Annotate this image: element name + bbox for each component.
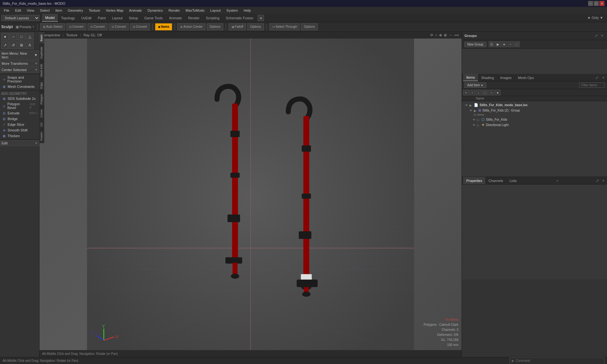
maximize-btn[interactable]: □ bbox=[594, 1, 599, 6]
mesh-expand-icon[interactable]: ▷ bbox=[477, 118, 480, 121]
groups-circle-icon[interactable]: ○ bbox=[508, 41, 513, 47]
side-tab-edge[interactable]: Edge bbox=[39, 79, 44, 91]
light-visibility-icon[interactable]: 👁 bbox=[472, 123, 476, 127]
items-add-icon[interactable]: + bbox=[463, 90, 469, 95]
items-col2-icon[interactable]: ○ bbox=[488, 90, 494, 95]
tool-extrude-item[interactable]: ⊡ Extrude Shift V bbox=[0, 110, 39, 116]
side-tab-basic[interactable]: Basic bbox=[39, 32, 44, 44]
presets-label[interactable]: Presets bbox=[20, 25, 31, 29]
convert-btn-2[interactable]: ⊡ Convert bbox=[88, 23, 107, 30]
item-row-mesh[interactable]: 👁 ▷ ⬡ Stilts_For_Kids bbox=[463, 117, 606, 122]
file-visibility-icon[interactable]: 👁 bbox=[464, 103, 468, 107]
tool-edge-slice-item[interactable]: ∕ Edge Slice bbox=[0, 122, 39, 127]
groups-list-icon[interactable]: ☰ bbox=[489, 41, 494, 47]
light-expand-icon[interactable]: ▷ bbox=[477, 124, 480, 127]
items-col3-icon[interactable]: ● bbox=[495, 90, 500, 95]
items-mode-btn[interactable]: ◈ Items bbox=[155, 23, 172, 30]
items-up-icon[interactable]: ↑ bbox=[469, 90, 475, 95]
viewport-right-icon[interactable]: → bbox=[449, 33, 452, 37]
options-btn-2[interactable]: Options bbox=[247, 23, 264, 30]
viewport-circle-icon[interactable]: ○ bbox=[435, 33, 437, 37]
viewport[interactable]: Perspective | Texture | Ray GL: Off ⟳ ○ … bbox=[40, 32, 462, 357]
menu-view[interactable]: View bbox=[24, 8, 37, 13]
options-btn-1[interactable]: Options bbox=[207, 23, 223, 30]
groups-dot1-icon[interactable]: ● bbox=[501, 41, 507, 47]
select-through-btn[interactable]: ⊶ Select Through bbox=[269, 23, 300, 30]
auto-select-btn[interactable]: ⊞ Auto Select bbox=[40, 23, 65, 30]
menu-dynamics[interactable]: Dynamics bbox=[145, 8, 165, 13]
tab-layout[interactable]: Layout bbox=[109, 14, 126, 22]
items-expand-icon[interactable]: ⤢ bbox=[594, 75, 600, 81]
side-tab-fusion[interactable]: Fusion bbox=[39, 129, 44, 143]
close-btn[interactable]: × bbox=[599, 1, 604, 6]
mesh-visibility-icon[interactable]: 👁 bbox=[472, 118, 476, 122]
menu-animate[interactable]: Animate bbox=[126, 8, 144, 13]
command-input[interactable] bbox=[516, 359, 602, 362]
tool-bridge-item[interactable]: ⊟ Bridge bbox=[0, 116, 39, 122]
items-tab-mesh-ops[interactable]: Mesh Ops bbox=[515, 74, 537, 81]
file-expand-icon[interactable]: ▶ bbox=[469, 104, 473, 107]
menu-system[interactable]: System bbox=[224, 8, 241, 13]
tool-move-btn[interactable]: ↗ bbox=[1, 41, 9, 49]
tool-smooth-shift-item[interactable]: ≋ Smooth Shift bbox=[0, 127, 39, 133]
tab-animate[interactable]: Animate bbox=[166, 14, 185, 22]
items-tab-shading[interactable]: Shading bbox=[478, 74, 497, 81]
tool-rotate-btn[interactable]: ↺ bbox=[9, 41, 17, 49]
add-tab-btn[interactable]: + bbox=[258, 15, 264, 21]
tool-sds-item[interactable]: ⊞ SDS Subdivide 2x bbox=[0, 96, 39, 101]
layout-selector[interactable]: Default Layouts bbox=[1, 15, 40, 21]
item-menu-row[interactable]: Item Menu: New Item ▼ bbox=[0, 51, 39, 60]
more-transforms-row[interactable]: More Transforms ▼ bbox=[0, 61, 39, 66]
tab-paint[interactable]: Paint bbox=[95, 14, 109, 22]
tab-model[interactable]: Model bbox=[42, 14, 58, 22]
center-selected-row[interactable]: Center Selected ▼ bbox=[0, 67, 39, 73]
props-expand-icon[interactable]: ⤢ bbox=[595, 178, 600, 184]
menu-layout[interactable]: Layout bbox=[208, 8, 223, 13]
items-col1-icon[interactable]: □ bbox=[482, 90, 488, 95]
items-down-icon[interactable]: ↓ bbox=[476, 90, 481, 95]
options-btn-3[interactable]: Options bbox=[301, 23, 317, 30]
minimize-btn[interactable]: − bbox=[588, 1, 593, 6]
tab-scripting[interactable]: Scripting bbox=[203, 14, 223, 22]
props-tab-lists[interactable]: Lists bbox=[506, 177, 520, 184]
group-visibility-icon[interactable]: 👁 bbox=[469, 109, 473, 112]
item-row-group[interactable]: 👁 ▶ ⊞ Stilts_For_Kids (2) : Group bbox=[463, 108, 606, 113]
tool-scale-btn[interactable]: ⊞ bbox=[18, 41, 25, 49]
menu-maxtomodo[interactable]: MaxToModo bbox=[183, 8, 207, 13]
group-expand-icon[interactable]: ▶ bbox=[474, 109, 477, 112]
props-tab-channels[interactable]: Channels bbox=[485, 177, 506, 184]
items-tab-images[interactable]: Images bbox=[497, 74, 515, 81]
zoom-fit-icon[interactable]: ⊕ bbox=[439, 33, 442, 37]
tab-topology[interactable]: Topology bbox=[58, 14, 78, 22]
tool-text-btn[interactable]: A bbox=[26, 41, 34, 49]
convert-btn-3[interactable]: ⊡ Convert bbox=[109, 23, 129, 30]
viewport-grid-icon[interactable]: ⊞ bbox=[444, 33, 447, 37]
props-plus-icon[interactable]: + bbox=[555, 178, 559, 183]
side-tab-duplicate[interactable]: Duplicate bbox=[39, 44, 44, 61]
items-tab-items[interactable]: Items bbox=[463, 74, 478, 81]
groups-expand-icon[interactable]: ⤢ bbox=[593, 33, 599, 39]
convert-btn-1[interactable]: ⊡ Convert bbox=[66, 23, 86, 30]
item-row-root[interactable]: 👁 ▶ 📄 Stilts_For_Kids_modo_base.lxo bbox=[463, 102, 606, 108]
menu-select[interactable]: Select bbox=[37, 8, 52, 13]
side-tab-uv[interactable]: UV bbox=[39, 120, 44, 129]
side-tab-curve[interactable]: Curve bbox=[39, 107, 44, 120]
tool-cube-btn[interactable]: □ bbox=[18, 33, 25, 40]
refresh-icon[interactable]: ⟳ bbox=[430, 33, 433, 37]
tool-sphere-btn[interactable]: ● bbox=[1, 33, 9, 40]
menu-help[interactable]: Help bbox=[241, 8, 254, 13]
items-close-icon[interactable]: × bbox=[601, 75, 606, 81]
groups-close-icon[interactable]: × bbox=[600, 33, 604, 39]
tab-render[interactable]: Render bbox=[185, 14, 203, 22]
viewport-expand-icon[interactable]: ⟹ bbox=[454, 33, 459, 37]
presets-arrow[interactable]: ▼ bbox=[32, 25, 35, 28]
viewport-canvas[interactable]: X Y Z No Items Polygons : Catmull-Clark … bbox=[40, 39, 462, 357]
groups-play-icon[interactable]: ▶ bbox=[495, 41, 501, 47]
side-tab-mesh-edit[interactable]: Mesh Edit bbox=[39, 61, 44, 79]
menu-vertex-map[interactable]: Vertex Map bbox=[103, 8, 126, 13]
menu-file[interactable]: File bbox=[1, 8, 12, 13]
props-tab-properties[interactable]: Properties bbox=[463, 177, 485, 184]
tab-game-tools[interactable]: Game Tools bbox=[141, 14, 166, 22]
new-group-btn[interactable]: New Group bbox=[464, 42, 486, 47]
menu-item[interactable]: Item bbox=[53, 8, 64, 13]
